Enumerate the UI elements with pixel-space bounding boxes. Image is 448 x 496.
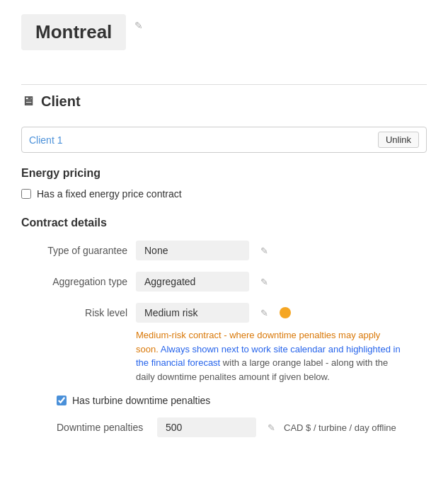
type-of-guarantee-label: Type of guarantee bbox=[21, 245, 127, 256]
client-name: Client 1 bbox=[29, 134, 62, 146]
turbine-downtime-checkbox[interactable] bbox=[57, 396, 67, 405]
type-of-guarantee-value: None bbox=[136, 241, 249, 260]
client-section-title: Client bbox=[41, 93, 81, 110]
turbine-checkbox-row: Has turbine downtime penalties bbox=[57, 395, 427, 406]
aggregation-type-edit-icon[interactable]: ✎ bbox=[260, 277, 268, 287]
downtime-penalties-value: 500 bbox=[157, 417, 256, 437]
type-of-guarantee-edit-icon[interactable]: ✎ bbox=[260, 246, 268, 256]
client-section-header: 🖥 Client bbox=[21, 84, 427, 115]
aggregation-type-value: Aggregated bbox=[136, 272, 249, 292]
downtime-penalties-label: Downtime penalties bbox=[57, 422, 149, 433]
risk-description: Medium-risk contract - where downtime pe… bbox=[136, 328, 405, 383]
energy-pricing-title: Energy pricing bbox=[21, 167, 427, 180]
fixed-price-checkbox[interactable] bbox=[21, 189, 31, 199]
downtime-penalties-row: Downtime penalties 500 ✎ CAD $ / turbine… bbox=[57, 417, 427, 437]
contract-details-section: Contract details Type of guarantee None … bbox=[21, 217, 427, 437]
contract-details-title: Contract details bbox=[21, 217, 427, 229]
type-of-guarantee-row: Type of guarantee None ✎ bbox=[21, 241, 427, 260]
client-row: Client 1 Unlink bbox=[21, 127, 427, 153]
page-title-edit-icon[interactable]: ✎ bbox=[134, 20, 143, 31]
fixed-price-checkbox-row: Has a fixed energy price contract bbox=[21, 188, 427, 200]
downtime-penalties-unit: CAD $ / turbine / day offline bbox=[284, 422, 396, 433]
page-title-box: Montreal bbox=[21, 14, 126, 50]
risk-level-label: Risk level bbox=[21, 307, 127, 318]
fixed-price-label: Has a fixed energy price contract bbox=[37, 188, 182, 200]
page-title: Montreal bbox=[35, 21, 112, 42]
client-section-icon: 🖥 bbox=[21, 94, 34, 109]
risk-level-value: Medium risk bbox=[136, 303, 249, 323]
risk-level-edit-icon[interactable]: ✎ bbox=[260, 308, 268, 318]
turbine-downtime-label: Has turbine downtime penalties bbox=[72, 395, 210, 406]
unlink-button[interactable]: Unlink bbox=[378, 132, 419, 148]
downtime-penalties-edit-icon[interactable]: ✎ bbox=[268, 422, 275, 433]
risk-level-row: Risk level Medium risk ✎ bbox=[21, 303, 427, 323]
aggregation-type-row: Aggregation type Aggregated ✎ bbox=[21, 272, 427, 292]
risk-level-orange-dot bbox=[280, 307, 291, 318]
aggregation-type-label: Aggregation type bbox=[21, 276, 127, 287]
